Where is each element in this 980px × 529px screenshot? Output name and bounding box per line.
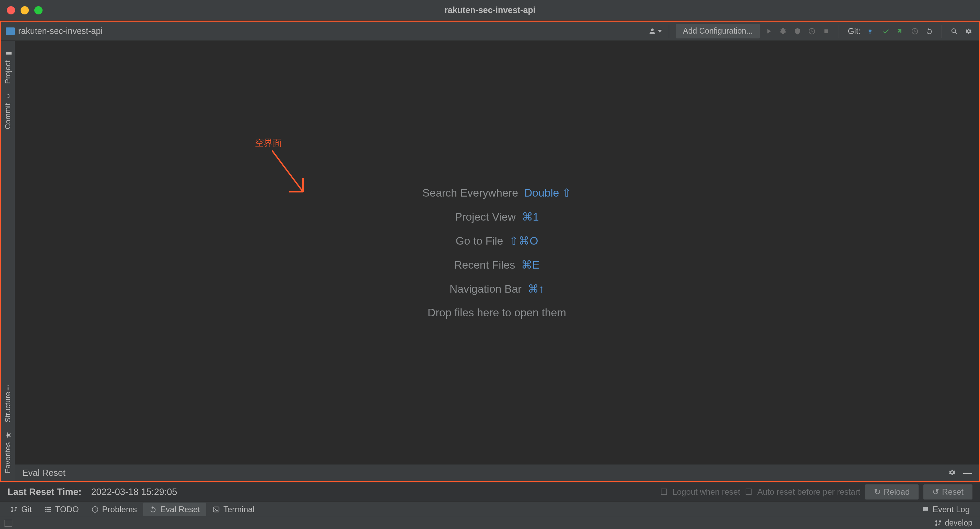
eval-reset-tool-button[interactable]: Eval Reset bbox=[143, 503, 206, 516]
eval-reset-title: Eval Reset bbox=[22, 468, 65, 478]
hint-go-to-file: Go to File ⇧⌘O bbox=[456, 234, 538, 247]
empty-editor-hints: Search Everywhere Double ⇧ Project View … bbox=[15, 41, 979, 464]
left-tool-rail: Project ▮ Commit ○ Structure ⁞ Favorites… bbox=[1, 41, 15, 481]
run-coverage-button[interactable] bbox=[792, 26, 803, 37]
git-pull-button[interactable] bbox=[866, 26, 877, 37]
annotation-highlight-box: rakuten-sec-invest-api Add Configuration… bbox=[0, 21, 980, 482]
git-push-button[interactable] bbox=[895, 26, 906, 37]
structure-icon: ⁞ bbox=[7, 384, 9, 392]
breadcrumb-project-name: rakuten-sec-invest-api bbox=[18, 26, 103, 36]
terminal-tool-button[interactable]: Terminal bbox=[206, 503, 261, 516]
star-icon: ★ bbox=[4, 431, 12, 440]
close-window-button[interactable] bbox=[7, 6, 15, 14]
drop-files-hint: Drop files here to open them bbox=[428, 307, 566, 319]
ide-settings-button[interactable] bbox=[963, 26, 974, 37]
window-title: rakuten-sec-invest-api bbox=[444, 5, 535, 15]
git-tool-button[interactable]: Git bbox=[4, 503, 38, 516]
git-history-button[interactable] bbox=[909, 26, 920, 37]
run-button[interactable] bbox=[763, 26, 774, 37]
annotation-arrow-icon bbox=[269, 147, 310, 202]
eval-reset-content: Last Reset Time: 2022-03-18 15:29:05 ☐ L… bbox=[0, 482, 980, 502]
event-log-tool-button[interactable]: Event Log bbox=[915, 503, 976, 516]
hide-panel-button[interactable]: — bbox=[963, 468, 971, 478]
reload-button[interactable]: ↻Reload bbox=[865, 485, 919, 499]
hint-search-everywhere: Search Everywhere Double ⇧ bbox=[422, 186, 572, 199]
branch-icon bbox=[934, 519, 942, 527]
undo-icon bbox=[149, 506, 157, 513]
stop-button[interactable] bbox=[821, 26, 832, 37]
git-rollback-button[interactable] bbox=[924, 26, 935, 37]
svg-line-4 bbox=[272, 151, 303, 192]
git-label: Git: bbox=[848, 26, 861, 36]
svg-rect-8 bbox=[213, 507, 219, 512]
status-bar: develop bbox=[0, 517, 980, 529]
auto-reset-checkbox-label: Auto reset before per restart bbox=[757, 487, 860, 497]
folder-icon: ▮ bbox=[4, 49, 12, 58]
svg-point-3 bbox=[952, 29, 956, 32]
git-branch-indicator[interactable]: develop bbox=[931, 518, 976, 527]
title-bar: rakuten-sec-invest-api bbox=[0, 0, 980, 21]
run-configuration-selector[interactable]: Add Configuration... bbox=[676, 24, 759, 38]
favorites-tool-button[interactable]: Favorites ★ bbox=[3, 427, 12, 477]
warning-icon bbox=[91, 506, 99, 513]
reset-button[interactable]: ↺Reset bbox=[923, 485, 972, 499]
code-with-me-button[interactable] bbox=[648, 27, 662, 35]
svg-rect-1 bbox=[824, 29, 828, 33]
debug-button[interactable] bbox=[778, 26, 789, 37]
eval-reset-panel-header: Eval Reset — bbox=[15, 464, 979, 481]
search-everywhere-button[interactable] bbox=[949, 26, 960, 37]
hint-recent-files: Recent Files ⌘E bbox=[454, 258, 539, 272]
panel-settings-button[interactable] bbox=[948, 468, 956, 478]
maximize-window-button[interactable] bbox=[34, 6, 43, 14]
chat-icon bbox=[922, 506, 929, 513]
editor-area[interactable]: 空界面 Search Everywhere Double ⇧ Project V… bbox=[15, 41, 979, 481]
git-commit-button[interactable] bbox=[880, 26, 891, 37]
main-toolbar: rakuten-sec-invest-api Add Configuration… bbox=[1, 22, 979, 41]
terminal-icon bbox=[212, 506, 220, 513]
todo-tool-button[interactable]: TODO bbox=[38, 503, 85, 516]
commit-icon: ○ bbox=[4, 92, 12, 101]
tool-windows-toggle-button[interactable] bbox=[4, 520, 12, 527]
traffic-lights bbox=[7, 6, 43, 14]
bottom-tool-strip: Git TODO Problems Eval Reset Terminal Ev… bbox=[0, 502, 980, 517]
logout-checkbox-label: Logout when reset bbox=[673, 487, 740, 497]
hint-project-view: Project View ⌘1 bbox=[455, 210, 539, 223]
minimize-window-button[interactable] bbox=[21, 6, 29, 14]
auto-reset-checkbox[interactable]: ☐ bbox=[745, 487, 752, 497]
last-reset-label: Last Reset Time: bbox=[8, 487, 82, 497]
list-icon bbox=[44, 506, 52, 513]
last-reset-time: 2022-03-18 15:29:05 bbox=[91, 487, 177, 497]
profile-button[interactable] bbox=[807, 26, 817, 37]
breadcrumb[interactable]: rakuten-sec-invest-api bbox=[6, 26, 103, 36]
project-tool-button[interactable]: Project ▮ bbox=[3, 45, 12, 88]
branch-icon bbox=[10, 506, 18, 513]
logout-checkbox[interactable]: ☐ bbox=[660, 487, 668, 497]
hint-navigation-bar: Navigation Bar ⌘↑ bbox=[450, 282, 544, 295]
structure-tool-button[interactable]: Structure ⁞ bbox=[3, 383, 12, 426]
problems-tool-button[interactable]: Problems bbox=[85, 503, 143, 516]
project-folder-icon bbox=[6, 27, 15, 35]
commit-tool-button[interactable]: Commit ○ bbox=[3, 88, 12, 133]
